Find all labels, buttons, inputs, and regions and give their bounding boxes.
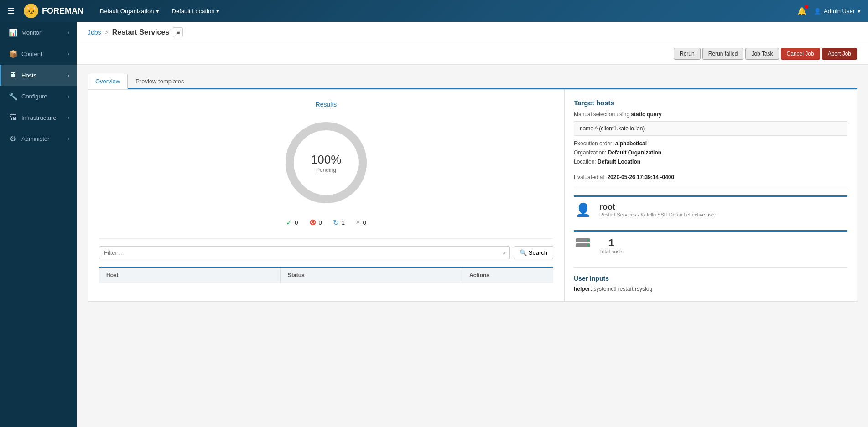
top-navbar: ☰ 🐱 FOREMAN Default Organization ▾ Defau… bbox=[0, 0, 868, 22]
filter-input-wrapper: × bbox=[99, 246, 510, 259]
donut-percent: 100% bbox=[311, 153, 342, 167]
success-count: 0 bbox=[295, 219, 298, 226]
query-display: name ^ (client1.katello.lan) bbox=[574, 121, 847, 136]
hosts-server-icon bbox=[574, 237, 592, 254]
execution-order-row: Execution order: alphabetical bbox=[574, 140, 847, 147]
job-task-button[interactable]: Job Task bbox=[745, 48, 779, 60]
donut-center: 100% Pending bbox=[311, 153, 342, 173]
stat-pending: ↻ 1 bbox=[333, 217, 345, 227]
brand-name: FOREMAN bbox=[42, 6, 83, 16]
org-dropdown[interactable]: Default Organization ▾ bbox=[96, 6, 163, 16]
stat-success: ✓ 0 bbox=[286, 217, 298, 227]
stats-row: ✓ 0 ⊗ 0 ↻ 1 × 0 bbox=[99, 217, 553, 227]
tabs: Overview Preview templates bbox=[88, 74, 857, 89]
sidebar-item-label: Infrastructure bbox=[21, 114, 63, 121]
filter-input[interactable] bbox=[99, 246, 510, 259]
sidebar-item-label: Administer bbox=[21, 135, 63, 142]
results-title: Results bbox=[99, 101, 553, 108]
tab-preview-templates[interactable]: Preview templates bbox=[128, 74, 192, 89]
success-icon: ✓ bbox=[286, 218, 292, 227]
user-icon: 👤 bbox=[814, 8, 821, 15]
organization-row: Organization: Default Organization bbox=[574, 149, 847, 156]
filter-clear-icon[interactable]: × bbox=[503, 249, 506, 257]
sidebar-item-administer[interactable]: ⚙ Administer › bbox=[0, 128, 77, 149]
search-button[interactable]: 🔍 Search bbox=[514, 246, 553, 259]
location-row: Location: Default Location bbox=[574, 159, 847, 165]
user-menu[interactable]: 👤 Admin User ▾ bbox=[814, 8, 861, 15]
hosts-count-info: 1 Total hosts bbox=[599, 237, 624, 254]
error-count: 0 bbox=[319, 219, 322, 226]
svg-point-5 bbox=[587, 244, 589, 246]
abort-job-button[interactable]: Abort Job bbox=[822, 48, 857, 60]
sidebar-item-configure[interactable]: 🔧 Configure › bbox=[0, 86, 77, 107]
chevron-right-icon: › bbox=[68, 30, 69, 35]
hosts-card: 1 Total hosts bbox=[574, 230, 847, 260]
right-panel: Target hosts Manual selection using stat… bbox=[565, 90, 857, 301]
th-host: Host bbox=[99, 268, 281, 283]
user-inputs-title: User Inputs bbox=[574, 275, 847, 282]
sidebar-item-label: Configure bbox=[21, 93, 63, 100]
cancel-job-button[interactable]: Cancel Job bbox=[781, 48, 820, 60]
rerun-button[interactable]: Rerun bbox=[674, 48, 701, 60]
sidebar-item-monitor[interactable]: 📊 Monitor › bbox=[0, 22, 77, 43]
chevron-right-icon: › bbox=[68, 51, 69, 57]
brand: 🐱 FOREMAN bbox=[24, 4, 83, 18]
user-label: Admin User bbox=[824, 8, 855, 15]
error-icon: ⊗ bbox=[309, 217, 316, 227]
pending-icon: ↻ bbox=[333, 218, 339, 227]
sidebar: 📊 Monitor › 📦 Content › 🖥 Hosts › 🔧 Conf… bbox=[0, 22, 77, 427]
th-actions: Actions bbox=[462, 268, 553, 283]
stat-error: ⊗ 0 bbox=[309, 217, 322, 227]
breadcrumb-separator: > bbox=[105, 29, 109, 36]
monitor-icon: 📊 bbox=[9, 28, 17, 37]
breadcrumb-menu-button[interactable]: ≡ bbox=[173, 27, 183, 37]
cancel-icon: × bbox=[356, 218, 360, 226]
sidebar-item-content[interactable]: 📦 Content › bbox=[0, 43, 77, 65]
user-card: 👤 root Restart Services - Katello SSH De… bbox=[574, 195, 847, 223]
sidebar-item-label: Content bbox=[21, 51, 63, 57]
org-chevron-icon: ▾ bbox=[156, 8, 159, 15]
notification-badge bbox=[805, 5, 808, 9]
configure-icon: 🔧 bbox=[9, 92, 17, 101]
notifications-bell[interactable]: 🔔 bbox=[797, 7, 806, 15]
main-content: Jobs > Restart Services ≡ Rerun Rerun fa… bbox=[77, 22, 868, 427]
helper-row: helper: systemctl restart rsyslog bbox=[574, 286, 847, 292]
user-description: Restart Services - Katello SSH Default e… bbox=[599, 212, 716, 217]
brand-logo: 🐱 bbox=[24, 4, 38, 18]
org-label: Default Organization bbox=[100, 8, 154, 15]
location-value: Default Location bbox=[598, 159, 640, 165]
table-header: Host Status Actions bbox=[99, 267, 553, 283]
target-hosts-section: Target hosts Manual selection using stat… bbox=[574, 99, 847, 165]
pending-count: 1 bbox=[342, 219, 345, 226]
execution-order-value: alphabetical bbox=[615, 140, 647, 147]
location-dropdown[interactable]: Default Location ▾ bbox=[168, 6, 223, 16]
helper-label: helper: bbox=[574, 286, 592, 292]
location-label: Default Location bbox=[172, 8, 215, 15]
cancel-count: 0 bbox=[363, 219, 366, 226]
tab-overview[interactable]: Overview bbox=[88, 74, 128, 89]
th-status: Status bbox=[281, 268, 462, 283]
user-info: root Restart Services - Katello SSH Defa… bbox=[599, 202, 716, 217]
chevron-right-icon: › bbox=[68, 115, 69, 120]
evaluated-at-row: Evaluated at: 2020-05-26 17:39:14 -0400 bbox=[574, 174, 847, 180]
organization-value: Default Organization bbox=[608, 149, 661, 156]
chevron-right-icon: › bbox=[68, 136, 69, 141]
sidebar-item-hosts[interactable]: 🖥 Hosts › bbox=[0, 65, 77, 86]
sidebar-item-infrastructure[interactable]: 🏗 Infrastructure › bbox=[0, 107, 77, 128]
manual-selection-text: Manual selection using static query bbox=[574, 111, 847, 118]
actions-row: Rerun Rerun failed Job Task Cancel Job A… bbox=[77, 43, 868, 65]
username: root bbox=[599, 202, 716, 212]
navbar-right: 🔔 👤 Admin User ▾ bbox=[797, 7, 861, 15]
total-hosts-count: 1 bbox=[599, 237, 624, 249]
breadcrumb-parent-link[interactable]: Jobs bbox=[88, 29, 101, 36]
stat-cancel: × 0 bbox=[356, 217, 366, 227]
donut-label: Pending bbox=[311, 167, 342, 173]
content-icon: 📦 bbox=[9, 50, 17, 58]
search-icon: 🔍 bbox=[520, 249, 527, 256]
filter-row: × 🔍 Search bbox=[99, 238, 553, 259]
hamburger-icon[interactable]: ☰ bbox=[7, 6, 15, 16]
user-avatar-icon: 👤 bbox=[574, 202, 592, 217]
helper-value: systemctl restart rsyslog bbox=[593, 286, 652, 292]
administer-icon: ⚙ bbox=[9, 134, 17, 143]
rerun-failed-button[interactable]: Rerun failed bbox=[702, 48, 744, 60]
